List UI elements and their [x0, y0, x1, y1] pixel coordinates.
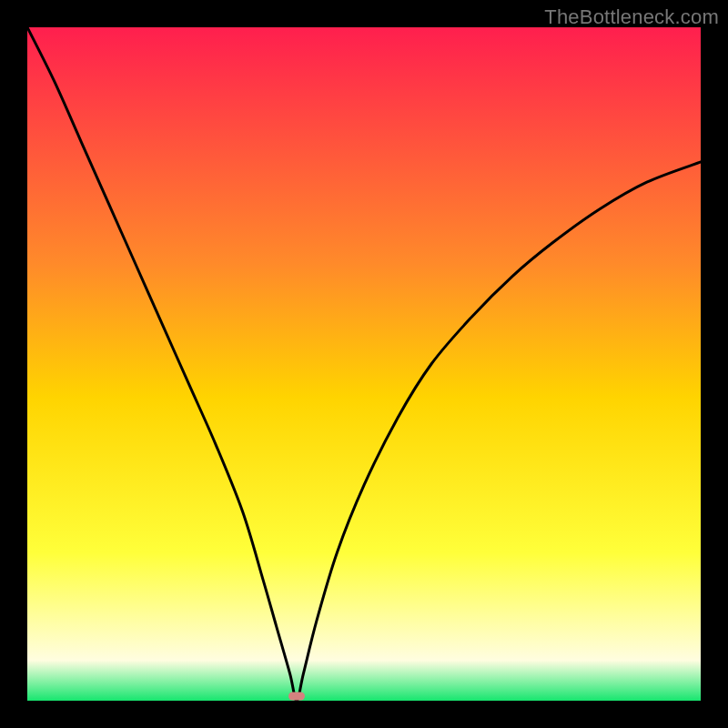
- curve-layer: [27, 27, 701, 701]
- bottleneck-curve: [27, 27, 701, 701]
- watermark-text: TheBottleneck.com: [544, 5, 719, 29]
- chart-frame: TheBottleneck.com: [0, 0, 728, 728]
- minimum-marker: [288, 693, 305, 701]
